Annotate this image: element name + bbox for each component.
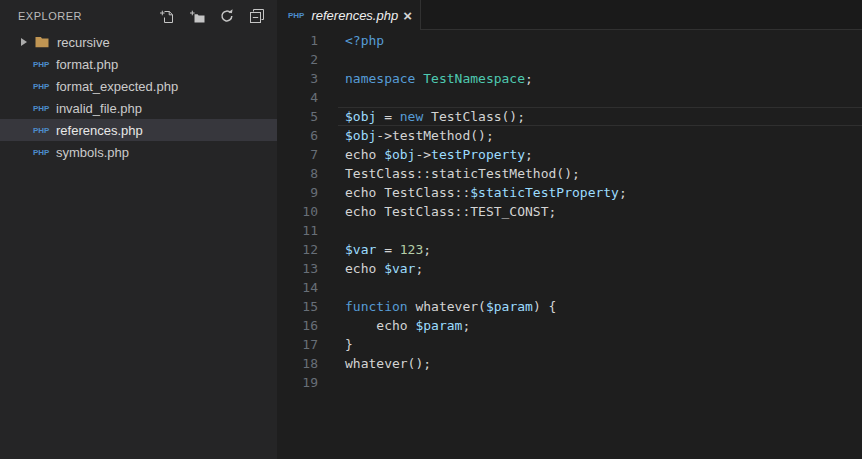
code-line-17[interactable]: 17} (277, 335, 862, 354)
tree-item-label: recursive (57, 35, 110, 50)
collapse-all-button[interactable] (248, 7, 265, 24)
code-line-3[interactable]: 3namespace TestNamespace; (277, 69, 862, 88)
tree-item-label: symbols.php (56, 145, 129, 160)
tab-references-php[interactable]: PHP references.php × (277, 0, 420, 30)
vscode-window: EXPLORER (0, 0, 862, 459)
explorer-sidebar: EXPLORER (0, 0, 277, 459)
code-token: function (345, 299, 408, 314)
tab-close-icon[interactable]: × (403, 8, 412, 23)
tree-item-symbols-php[interactable]: PHPsymbols.php (0, 141, 277, 163)
code-line-text: $obj->testMethod(); (345, 126, 494, 145)
code-token: $obj (345, 128, 376, 143)
code-line-16[interactable]: 16 echo $param; (277, 316, 862, 335)
code-token: echo (345, 318, 415, 333)
line-number: 3 (277, 69, 318, 88)
line-number: 1 (277, 31, 318, 50)
code-line-18[interactable]: 18whatever(); (277, 354, 862, 373)
code-token: whatever( (408, 299, 486, 314)
php-file-icon: PHP (33, 60, 50, 69)
code-token: ) { (533, 299, 556, 314)
line-number: 2 (277, 50, 318, 69)
code-token: = (376, 242, 399, 257)
collapse-all-icon (249, 8, 265, 24)
code-line-6[interactable]: 6$obj->testMethod(); (277, 126, 862, 145)
code-token: ->testMethod(); (376, 128, 493, 143)
code-token: $obj (384, 147, 415, 162)
line-number: 18 (277, 354, 318, 373)
code-token: echo TestClass:: (345, 185, 470, 200)
code-token: ; (415, 261, 423, 276)
code-line-5[interactable]: 5$obj = new TestClass(); (277, 107, 862, 126)
code-token: $param (415, 318, 462, 333)
tree-item-format-expected-php[interactable]: PHPformat_expected.php (0, 75, 277, 97)
code-line-11[interactable]: 11 (277, 221, 862, 240)
line-number: 8 (277, 164, 318, 183)
code-line-2[interactable]: 2 (277, 50, 862, 69)
code-line-9[interactable]: 9echo TestClass::$staticTestProperty; (277, 183, 862, 202)
code-line-8[interactable]: 8TestClass::staticTestMethod(); (277, 164, 862, 183)
code-line-text: } (345, 335, 353, 354)
code-token: $var (345, 242, 376, 257)
code-line-text: <?php (345, 31, 384, 50)
code-line-text: echo $obj->testProperty; (345, 145, 533, 164)
code-line-7[interactable]: 7echo $obj->testProperty; (277, 145, 862, 164)
code-line-text: echo TestClass::TEST_CONST; (345, 202, 556, 221)
refresh-button[interactable] (218, 7, 235, 24)
code-line-text: TestClass::staticTestMethod(); (345, 164, 580, 183)
php-file-icon: PHP (33, 82, 50, 91)
line-number: 17 (277, 335, 318, 354)
new-folder-button[interactable] (188, 7, 205, 24)
code-token: } (345, 337, 353, 352)
tree-item-recursive[interactable]: recursive (0, 31, 277, 53)
code-token: TestClass::staticTestMethod(); (345, 166, 580, 181)
code-line-13[interactable]: 13echo $var; (277, 259, 862, 278)
code-token: whatever(); (345, 356, 431, 371)
code-line-1[interactable]: 1<?php (277, 31, 862, 50)
tree-item-format-php[interactable]: PHPformat.php (0, 53, 277, 75)
line-number: 12 (277, 240, 318, 259)
refresh-icon (219, 8, 235, 24)
code-line-text: $obj = new TestClass(); (345, 107, 525, 126)
code-token: ; (619, 185, 627, 200)
explorer-title: EXPLORER (18, 10, 158, 22)
code-line-4[interactable]: 4 (277, 88, 862, 107)
tree-item-label: references.php (56, 123, 143, 138)
code-token: $param (486, 299, 533, 314)
code-line-text: whatever(); (345, 354, 431, 373)
folder-icon (34, 34, 50, 50)
code-line-12[interactable]: 12$var = 123; (277, 240, 862, 259)
file-tree: recursivePHPformat.phpPHPformat_expected… (0, 31, 277, 459)
code-token: echo (345, 261, 384, 276)
php-file-icon: PHP (33, 126, 50, 135)
code-token: 123 (400, 242, 423, 257)
line-number: 9 (277, 183, 318, 202)
tree-item-references-php[interactable]: PHPreferences.php (0, 119, 277, 141)
code-token: -> (415, 147, 431, 162)
editor-group: PHP references.php × 1<?php23namespace T… (277, 0, 862, 459)
code-token: testProperty (431, 147, 525, 162)
explorer-header: EXPLORER (0, 0, 277, 31)
new-file-button[interactable] (158, 7, 175, 24)
code-token: TestNamespace (423, 71, 525, 86)
explorer-actions (158, 7, 265, 24)
line-number: 16 (277, 316, 318, 335)
new-file-icon (159, 8, 175, 24)
php-file-icon: PHP (33, 148, 50, 157)
code-line-14[interactable]: 14 (277, 278, 862, 297)
code-token: $staticTestProperty (470, 185, 619, 200)
code-editor[interactable]: 1<?php23namespace TestNamespace;45$obj =… (277, 30, 862, 459)
line-number: 15 (277, 297, 318, 316)
code-token: echo (345, 147, 384, 162)
code-token: ; (525, 147, 533, 162)
code-line-text: $var = 123; (345, 240, 431, 259)
line-number: 14 (277, 278, 318, 297)
code-line-15[interactable]: 15function whatever($param) { (277, 297, 862, 316)
tree-item-invalid-file-php[interactable]: PHPinvalid_file.php (0, 97, 277, 119)
code-token: echo TestClass::TEST_CONST; (345, 204, 556, 219)
code-line-text: namespace TestNamespace; (345, 69, 533, 88)
code-line-19[interactable]: 19 (277, 373, 862, 392)
code-token: $obj (345, 109, 376, 124)
code-token: <?php (345, 33, 384, 48)
code-line-10[interactable]: 10echo TestClass::TEST_CONST; (277, 202, 862, 221)
code-line-text: echo TestClass::$staticTestProperty; (345, 183, 627, 202)
